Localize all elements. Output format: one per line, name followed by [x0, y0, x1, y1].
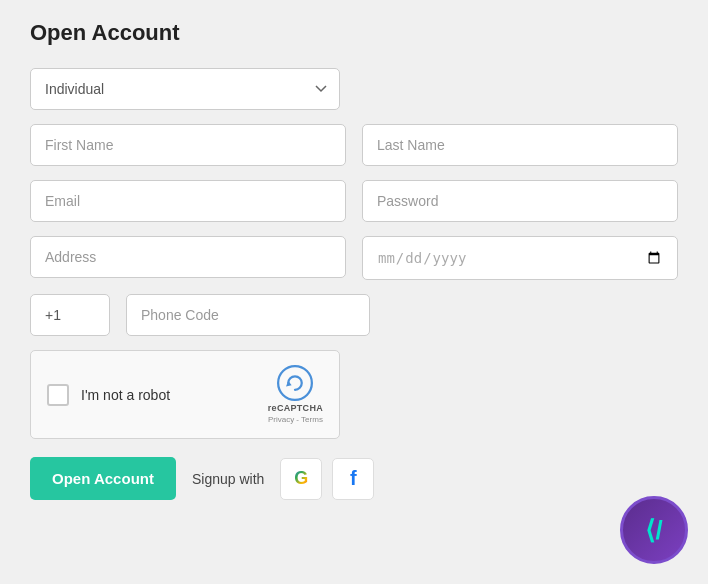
- app-logo: ⟨/: [620, 496, 688, 564]
- svg-marker-1: [286, 381, 292, 387]
- recaptcha-icon: [277, 365, 313, 401]
- signup-with-label: Signup with: [192, 471, 264, 487]
- phone-code-input[interactable]: [126, 294, 370, 336]
- last-name-input[interactable]: [362, 124, 678, 166]
- facebook-login-button[interactable]: f: [332, 458, 374, 500]
- first-name-input[interactable]: [30, 124, 346, 166]
- captcha-links: Privacy - Terms: [268, 415, 323, 424]
- svg-point-0: [279, 366, 313, 400]
- captcha-label: I'm not a robot: [81, 387, 170, 403]
- google-icon: G: [294, 468, 308, 489]
- password-input[interactable]: [362, 180, 678, 222]
- logo-icon: ⟨/: [645, 517, 662, 543]
- captcha-box: I'm not a robot reCAPTCHA Privacy - Term…: [30, 350, 340, 439]
- account-type-select[interactable]: Individual Corporate: [30, 68, 340, 110]
- page-title: Open Account: [30, 20, 678, 46]
- captcha-checkbox[interactable]: [47, 384, 69, 406]
- date-input[interactable]: [362, 236, 678, 280]
- email-input[interactable]: [30, 180, 346, 222]
- captcha-brand: reCAPTCHA: [268, 403, 323, 413]
- open-account-button[interactable]: Open Account: [30, 457, 176, 500]
- facebook-icon: f: [350, 467, 357, 490]
- phone-prefix-input[interactable]: [30, 294, 110, 336]
- google-login-button[interactable]: G: [280, 458, 322, 500]
- social-login-row: G f: [280, 458, 374, 500]
- address-input[interactable]: [30, 236, 346, 278]
